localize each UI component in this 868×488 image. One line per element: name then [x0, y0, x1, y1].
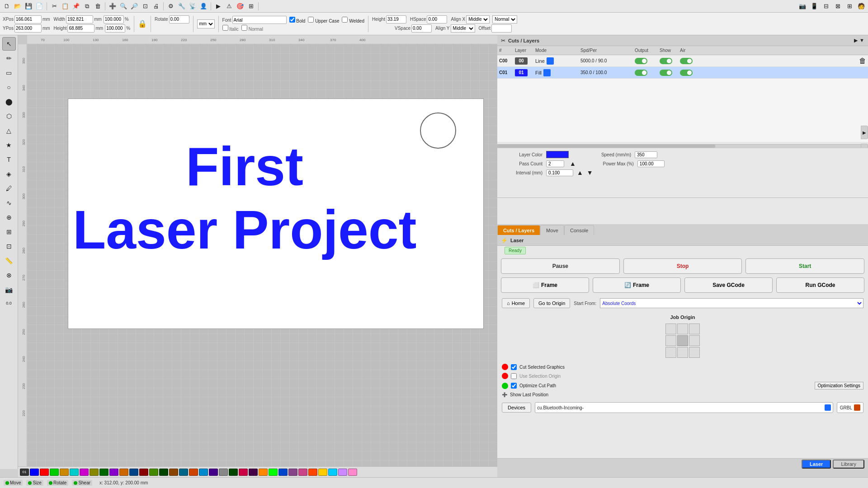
- interval-up[interactable]: ▲: [577, 169, 583, 176]
- c00-air[interactable]: [680, 58, 698, 64]
- layer-chip-29[interactable]: [308, 469, 317, 476]
- layer-chip-26[interactable]: [278, 469, 288, 476]
- circle-tool[interactable]: ⬤: [2, 95, 16, 108]
- layer-chip-2[interactable]: [40, 469, 49, 476]
- c00-mode-icon[interactable]: [547, 57, 554, 65]
- normal-select[interactable]: Normal: [492, 15, 517, 23]
- layer-chip-5[interactable]: [70, 469, 79, 476]
- pass-count-input[interactable]: [546, 160, 564, 167]
- run-gcode-button[interactable]: Run GCode: [776, 277, 864, 293]
- select-tool[interactable]: ↖: [2, 37, 16, 51]
- layer-chip-10[interactable]: [119, 469, 128, 476]
- layer-chip-25[interactable]: [269, 469, 278, 476]
- aligny-select[interactable]: MiddleTopBottom: [451, 24, 475, 33]
- start-button[interactable]: Start: [745, 258, 864, 274]
- duplicate-icon[interactable]: ⧉: [82, 1, 92, 11]
- width-input[interactable]: [66, 15, 93, 23]
- layer-chip-16[interactable]: [179, 469, 188, 476]
- c01-show[interactable]: [660, 70, 680, 76]
- collapse-cuts-btn[interactable]: ▼: [859, 38, 864, 43]
- paste-icon[interactable]: 📌: [71, 1, 81, 11]
- layer-chip-17[interactable]: [189, 469, 198, 476]
- layer-chip-21[interactable]: [229, 469, 238, 476]
- delete-layer-btn[interactable]: 🗑: [859, 57, 866, 65]
- cuts-row-c00[interactable]: C00 00 Line 5000.0 / 90.0: [497, 55, 868, 67]
- goto-origin-button[interactable]: Go to Origin: [533, 298, 570, 308]
- tab-console[interactable]: Console: [564, 225, 594, 235]
- node-tool[interactable]: ◈: [2, 167, 16, 181]
- layer-chip-13[interactable]: [149, 469, 158, 476]
- tab-cuts-layers[interactable]: Cuts / Layers: [497, 225, 540, 235]
- italic-check[interactable]: Italic: [222, 25, 239, 32]
- c00-show-toggle[interactable]: [660, 58, 672, 64]
- origin-tr[interactable]: [689, 324, 700, 334]
- c01-air-toggle[interactable]: [680, 70, 693, 76]
- c01-show-toggle[interactable]: [660, 70, 672, 76]
- text-tool[interactable]: T: [2, 153, 16, 166]
- height-pct-input[interactable]: [105, 24, 125, 33]
- optimize-cut-check[interactable]: [511, 383, 517, 389]
- optimization-settings-btn[interactable]: Optimization Settings: [815, 382, 864, 389]
- print-icon[interactable]: 🖨: [151, 1, 161, 11]
- upper-case-check[interactable]: Upper Case: [308, 17, 339, 23]
- cuts-scrollbar[interactable]: [497, 144, 861, 148]
- arrange-icon[interactable]: ⊞: [844, 1, 854, 11]
- welded-check[interactable]: Welded: [342, 17, 364, 23]
- add-icon[interactable]: ➕: [108, 1, 118, 11]
- bezier-tool[interactable]: ∿: [2, 196, 16, 210]
- devices-button[interactable]: Devices: [502, 403, 531, 413]
- home-button[interactable]: ⌂ Home: [502, 298, 530, 308]
- frame-button2[interactable]: 🔄 Frame: [593, 277, 681, 293]
- triangle-tool[interactable]: △: [2, 124, 16, 137]
- origin-bl[interactable]: [665, 347, 676, 358]
- power-max-input[interactable]: [637, 160, 665, 167]
- target-icon[interactable]: 🎯: [235, 1, 245, 11]
- canvas-content[interactable]: First Laser Project: [27, 44, 497, 469]
- c00-output-toggle[interactable]: [635, 58, 647, 64]
- c00-air-toggle[interactable]: [680, 58, 693, 64]
- layer-chip-0[interactable]: 01: [20, 469, 29, 476]
- origin-bc[interactable]: [677, 347, 688, 358]
- open-file-icon[interactable]: 📂: [13, 1, 23, 11]
- delete-icon[interactable]: 🗑: [93, 1, 103, 11]
- photo-tool[interactable]: 📷: [2, 283, 16, 296]
- frame-button1[interactable]: ⬜ Frame: [501, 277, 589, 293]
- vspace-input[interactable]: [411, 24, 432, 33]
- library-tab[interactable]: Library: [833, 460, 864, 469]
- person-icon[interactable]: 🧑: [856, 1, 866, 11]
- cuts-row-c01[interactable]: C01 01 Fill 350.0 / 100.0: [497, 67, 868, 79]
- rect-tool[interactable]: ▭: [2, 66, 16, 80]
- network-icon[interactable]: 📡: [188, 1, 198, 11]
- cut-icon[interactable]: ✂: [49, 1, 59, 11]
- height2-input[interactable]: [386, 15, 406, 23]
- start-from-select[interactable]: Absolute Coords Current Position User Or…: [600, 298, 863, 308]
- star-tool[interactable]: ★: [2, 138, 16, 152]
- c00-show[interactable]: [660, 58, 680, 64]
- layer-chip-23[interactable]: [249, 469, 258, 476]
- origin-mc[interactable]: [677, 335, 688, 346]
- pass-count-up[interactable]: ▲: [570, 160, 576, 167]
- layer-chip-4[interactable]: [60, 469, 69, 476]
- layer-chip-3[interactable]: [50, 469, 59, 476]
- user-icon[interactable]: 👤: [198, 1, 208, 11]
- origin-tl[interactable]: [665, 324, 676, 334]
- save-icon[interactable]: 💾: [24, 1, 33, 11]
- grid-tool[interactable]: ⊞: [2, 225, 16, 239]
- layer-color-swatch[interactable]: [546, 151, 569, 158]
- layer-chip-8[interactable]: [99, 469, 108, 476]
- tab-move[interactable]: Move: [540, 225, 564, 235]
- c01-output-toggle[interactable]: [635, 70, 647, 76]
- interval-down[interactable]: ▼: [587, 169, 593, 176]
- origin-mr[interactable]: [689, 335, 700, 346]
- lock-icon[interactable]: 🔒: [138, 19, 147, 28]
- ypos-input[interactable]: [14, 24, 42, 33]
- c00-output[interactable]: [635, 58, 660, 64]
- origin-br[interactable]: [689, 347, 700, 358]
- layer-chip-9[interactable]: [109, 469, 118, 476]
- play-icon[interactable]: ▶: [213, 1, 223, 11]
- polygon-tool[interactable]: ⬡: [2, 109, 16, 123]
- expand-cuts-btn[interactable]: ▶: [854, 38, 858, 43]
- new-file-icon[interactable]: 🗋: [2, 1, 12, 11]
- alignx-select[interactable]: MiddleLeftRight: [466, 15, 490, 23]
- offset-input[interactable]: [491, 24, 512, 33]
